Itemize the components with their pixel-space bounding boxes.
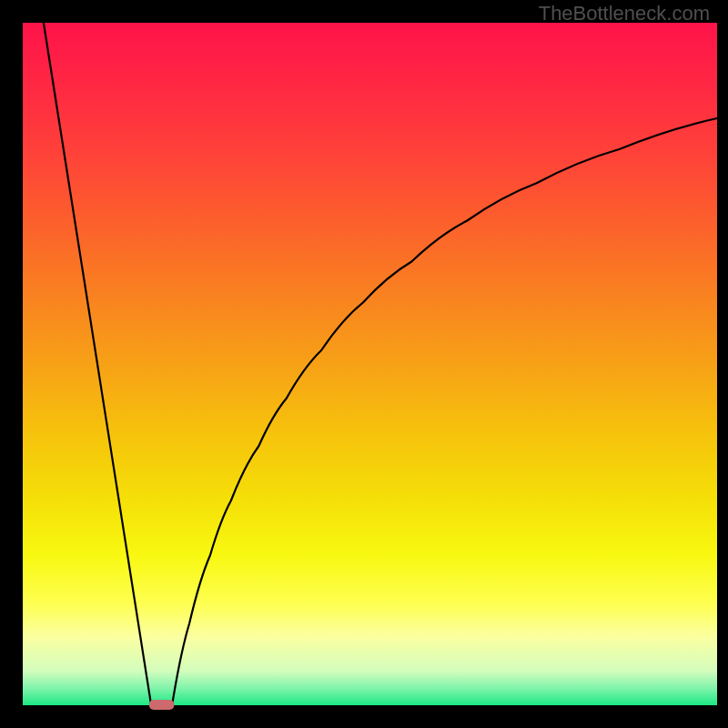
watermark-text: TheBottleneck.com	[539, 2, 710, 25]
minimum-marker	[149, 700, 174, 710]
chart-stage: TheBottleneck.com	[0, 0, 728, 728]
plot-background	[23, 23, 717, 705]
chart-svg	[0, 0, 728, 728]
